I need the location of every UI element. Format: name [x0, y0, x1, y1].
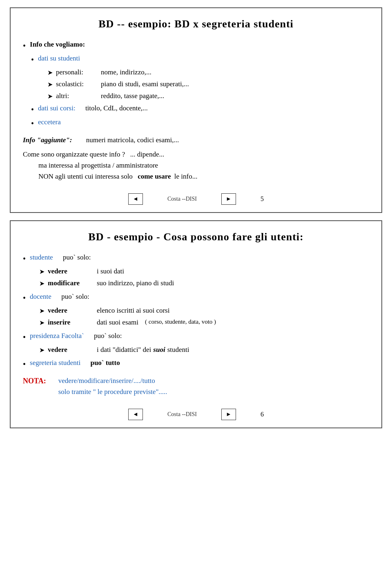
footer-label-2: Costa --DISI: [167, 411, 197, 418]
come-sono-sub1: ma interessa al progettista / amministra…: [38, 160, 369, 171]
vedere-elenco-item: ➤ vedere elenco iscritti ai suoi corsi: [39, 305, 369, 316]
non-agli-text: NON agli utenti cui interessa solo: [38, 172, 133, 180]
arrow-vedere1: ➤: [39, 267, 45, 277]
come-usare-text: come usare le info...: [138, 172, 197, 180]
bullet-dot-3: •: [31, 103, 34, 116]
scolastici-label: scolastici:: [56, 79, 101, 90]
nota-line2: solo tramite " le procedure previste"...…: [58, 387, 167, 397]
arrow-altri: ➤: [47, 92, 53, 102]
info-aggiunte-label: Info "aggiunte":: [23, 136, 72, 144]
slide-2-title: BD - esempio - Cosa possono fare gli ute…: [23, 231, 369, 243]
eccetera-text: eccetera: [38, 117, 369, 128]
dati-studenti-label: dati su studenti: [38, 54, 80, 62]
next-icon-2: ►: [226, 411, 232, 418]
slide-1-content: • Info che vogliamo: • dati su studenti …: [23, 39, 369, 182]
vedere-dati-item: ➤ vedere i suoi dati: [39, 266, 369, 277]
footer-label-1: Costa --DISI: [167, 196, 197, 202]
inserire-value: dati suoi esami: [97, 317, 138, 328]
slide-1: BD -- esempio: BD x segreteria studenti …: [10, 7, 382, 213]
vedere3-value3: studenti: [167, 345, 189, 355]
slide-2: BD - esempio - Cosa possono fare gli ute…: [10, 220, 382, 428]
segreteria-value: puo` tutto: [90, 359, 120, 367]
dati-corsi-label: dati sui corsi:: [38, 104, 76, 112]
eccetera-item: • eccetera: [31, 117, 369, 130]
slide-1-footer: ◄ Costa --DISI ► 5: [23, 190, 369, 205]
info-vogliamo-label: Info che vogliamo:: [30, 40, 85, 48]
segreteria-text: segreteria studenti puo` tutto: [30, 358, 369, 368]
dati-corsi-value: titolo, CdL, docente,...: [85, 104, 148, 112]
info-aggiunte-row: Info "aggiunte": numeri matricola, codic…: [23, 135, 369, 145]
page-num-1: 5: [261, 195, 264, 203]
vedere1-value: i suoi dati: [97, 266, 124, 277]
personali-item: ➤ personali: nome, indirizzo,...: [47, 67, 369, 78]
scolastici-value: piano di studi, esami superati,...: [101, 79, 189, 90]
dati-studenti-text: dati su studenti: [38, 53, 369, 64]
vedere1-action: vedere: [48, 266, 97, 277]
page-num-2: 6: [261, 411, 264, 418]
personali-label: personali:: [56, 67, 101, 78]
altri-item: ➤ altri: reddito, tasse pagate,...: [47, 91, 369, 102]
arrow-scolastici: ➤: [47, 80, 53, 90]
segreteria-label: segreteria studenti: [30, 359, 80, 367]
come-sono-label: Come sono organizzate queste info ?: [23, 150, 125, 158]
studente-label: studente: [30, 253, 53, 261]
dati-studenti-item: • dati su studenti: [31, 53, 369, 66]
arrow-personali: ➤: [47, 68, 53, 78]
next-button-1[interactable]: ►: [221, 193, 236, 205]
docente-label: docente: [30, 293, 51, 300]
bullet-dot-1: •: [23, 40, 26, 52]
info-vogliamo-text: Info che vogliamo:: [30, 39, 369, 50]
bullet-dot-s1: •: [23, 253, 26, 265]
arrow-vedere3: ➤: [39, 345, 45, 356]
bullet-dot-s3: •: [23, 331, 26, 344]
presidenza-label: presidenza Facolta`: [30, 332, 84, 340]
slide-1-title: BD -- esempio: BD x segreteria studenti: [23, 18, 369, 30]
dipende-text: ... dipende...: [130, 150, 165, 158]
eccetera-label: eccetera: [38, 118, 61, 126]
bullet-dot-2: •: [31, 54, 34, 66]
next-icon-1: ►: [226, 196, 232, 202]
ma-interessa-text: ma interessa al progettista / amministra…: [38, 161, 158, 169]
vedere2-value: elenco iscritti ai suoi corsi: [97, 305, 169, 316]
arrow-inserire: ➤: [39, 318, 45, 328]
prev-icon-1: ◄: [133, 196, 138, 202]
vedere2-action: vedere: [48, 305, 97, 316]
studente-text: studente puo` solo:: [30, 252, 369, 263]
prev-icon-2: ◄: [133, 411, 138, 418]
segreteria-item: • segreteria studenti puo` tutto: [23, 358, 369, 371]
personali-value: nome, indirizzo,...: [101, 67, 151, 78]
docente-item: • docente puo` solo:: [23, 291, 369, 304]
slide-2-footer: ◄ Costa --DISI ► 6: [23, 405, 369, 420]
modificare-action: modificare: [48, 278, 97, 289]
nota-label: NOTA:: [23, 376, 46, 387]
arrow-modificare: ➤: [39, 279, 45, 289]
nota-content-block: vedere/modificare/inserire/..../tutto so…: [58, 376, 167, 397]
scolastici-item: ➤ scolastici: piano di studi, esami supe…: [47, 79, 369, 90]
info-vogliamo-item: • Info che vogliamo:: [23, 39, 369, 52]
bullet-dot-4: •: [31, 117, 34, 130]
prev-button-2[interactable]: ◄: [128, 409, 143, 420]
modificare-item: ➤ modificare suo indirizzo, piano di stu…: [39, 278, 369, 289]
info-aggiunte-value: numeri matricola, codici esami,...: [86, 136, 179, 144]
vedere3-value2: suoi: [153, 345, 165, 355]
next-button-2[interactable]: ►: [221, 409, 236, 420]
bullet-dot-s2: •: [23, 292, 26, 304]
altri-label: altri:: [56, 91, 101, 101]
docente-value: puo` solo:: [61, 293, 89, 300]
vedere3-action: vedere: [48, 345, 97, 355]
presidenza-value: puo` solo:: [94, 332, 122, 340]
studente-value: puo` solo:: [63, 253, 91, 261]
dati-corsi-text: dati sui corsi: titolo, CdL, docente,...: [38, 103, 369, 114]
inserire-item: ➤ inserire dati suoi esami ( corso, stud…: [39, 317, 369, 328]
vedere3-value1: i dati "didattici" dei: [97, 345, 151, 355]
slide-2-content: • studente puo` solo: ➤ vedere i suoi da…: [23, 252, 369, 397]
vedere-didattici-item: ➤ vedere i dati "didattici" dei suoi stu…: [39, 345, 369, 356]
prev-button-1[interactable]: ◄: [128, 193, 143, 205]
nota-row: NOTA: vedere/modificare/inserire/..../tu…: [23, 376, 369, 397]
studente-item: • studente puo` solo:: [23, 252, 369, 265]
altri-value: reddito, tasse pagate,...: [101, 91, 164, 101]
presidenza-item: • presidenza Facolta` puo` solo:: [23, 331, 369, 344]
bullet-dot-s4: •: [23, 358, 26, 371]
arrow-vedere2: ➤: [39, 306, 45, 316]
modificare-value: suo indirizzo, piano di studi: [97, 278, 174, 289]
